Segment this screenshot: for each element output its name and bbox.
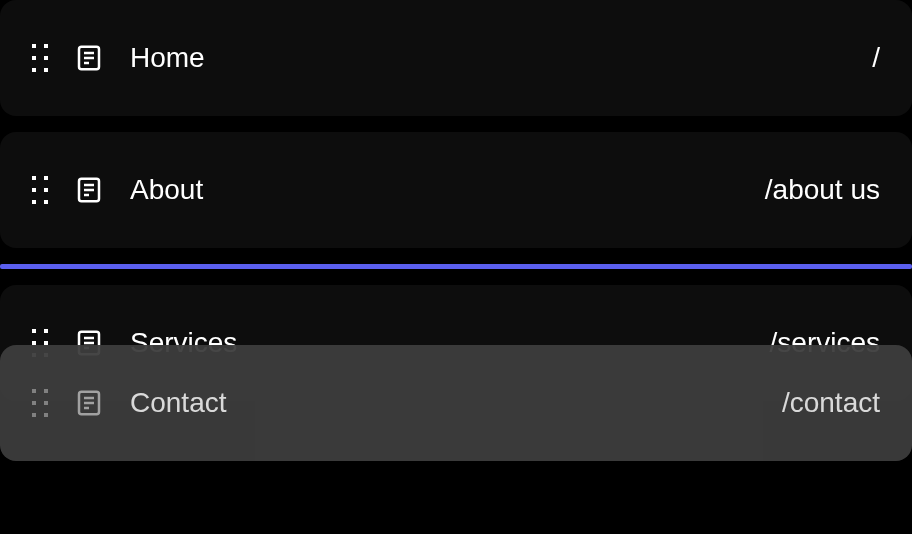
drag-handle-icon[interactable] (32, 44, 48, 72)
page-icon (74, 43, 104, 73)
nav-item-left: Home (32, 42, 872, 74)
nav-item-path: /contact (782, 387, 880, 419)
nav-item-title: About (130, 174, 203, 206)
nav-item-title: Home (130, 42, 205, 74)
nav-item[interactable]: About /about us (0, 132, 912, 248)
page-icon (74, 175, 104, 205)
nav-item[interactable]: Home / (0, 0, 912, 116)
nav-item-left: About (32, 174, 765, 206)
nav-item-dragging[interactable]: Contact /contact (0, 345, 912, 461)
page-icon (74, 388, 104, 418)
nav-item-path: /about us (765, 174, 880, 206)
drop-indicator (0, 264, 912, 269)
drag-handle-icon[interactable] (32, 389, 48, 417)
nav-item-left: Contact (32, 387, 782, 419)
nav-item-path: / (872, 42, 880, 74)
nav-item-title: Contact (130, 387, 227, 419)
nav-items-list: Home / About /about us (0, 0, 912, 401)
drag-handle-icon[interactable] (32, 176, 48, 204)
